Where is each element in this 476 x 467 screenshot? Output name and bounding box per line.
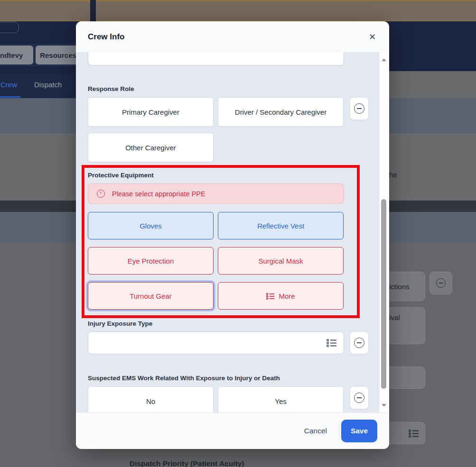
browser-top-bar (0, 0, 476, 21)
ppe-option-gloves[interactable]: Gloves (88, 212, 214, 239)
toolbar-button-handtevy[interactable]: andtevy (0, 46, 33, 64)
suspected-ems-label: Suspected EMS Work Related With Exposure… (88, 375, 280, 382)
save-button[interactable]: Save (341, 420, 377, 442)
minus-circle-icon (354, 393, 364, 403)
tab-dispatch[interactable]: Dispatch (34, 81, 62, 89)
toolbar-button-resources[interactable]: Resources (36, 46, 81, 64)
option-other-caregiver[interactable]: Other Caregiver (88, 133, 214, 162)
modal-title: Crew Info (88, 32, 124, 42)
scrolled-input-partial[interactable] (88, 52, 344, 65)
ppe-option-eye-protection[interactable]: Eye Protection (88, 247, 214, 275)
toolbar-button-label: andtevy (0, 51, 23, 59)
active-tab-underline (0, 96, 20, 98)
screen: andtevy Resources Crew Dispatch he ictio… (0, 0, 476, 467)
top-bar-divider (90, 0, 96, 21)
ppe-option-reflective-vest[interactable]: Reflective Vest (218, 212, 344, 239)
tab-crew[interactable]: Crew (0, 81, 17, 89)
modal-body: Response Role Primary Caregiver Driver /… (76, 52, 389, 412)
modal-header: Crew Info ✕ (76, 21, 389, 52)
ppe-error-message: Please select appropriate PPE (112, 190, 205, 198)
suspected-ems-remove-button[interactable] (350, 386, 369, 409)
response-role-label: Response Role (88, 85, 134, 92)
minus-circle-icon (436, 278, 446, 288)
injury-exposure-type-label: Injury Exposure Type (88, 320, 152, 327)
ppe-option-surgical-mask[interactable]: Surgical Mask (218, 247, 344, 275)
ppe-error-banner: Please select appropriate PPE (88, 183, 344, 204)
scrollbar-down-arrow[interactable] (382, 404, 386, 407)
cancel-button[interactable]: Cancel (304, 427, 327, 435)
option-driver-secondary-caregiver[interactable]: Driver / Secondary Caregiver (218, 97, 344, 127)
list-icon (266, 293, 275, 300)
background-partial-text: he (389, 171, 397, 179)
option-no[interactable]: No (88, 386, 214, 412)
ppe-option-turnout-gear[interactable]: Turnout Gear (88, 282, 214, 310)
scrollbar-up-arrow[interactable] (382, 58, 386, 61)
protective-equipment-label: Protective Equipment (88, 172, 154, 179)
list-icon[interactable] (327, 339, 337, 347)
background-remove-button[interactable] (429, 272, 452, 294)
crew-info-modal: Crew Info ✕ Response Role Primary Caregi… (76, 21, 389, 449)
option-primary-caregiver[interactable]: Primary Caregiver (88, 97, 214, 127)
minus-circle-icon (354, 103, 364, 114)
list-icon (409, 429, 419, 438)
background-section-label: Dispatch Priority (Patient Acuity) (130, 459, 244, 467)
ppe-option-more[interactable]: More (218, 282, 344, 310)
modal-scrollbar-thumb[interactable] (381, 199, 386, 389)
response-role-remove-button[interactable] (350, 97, 369, 120)
toolbar-button-label: Resources (40, 51, 76, 59)
minus-circle-icon (354, 338, 364, 348)
warning-icon (97, 190, 105, 198)
injury-exposure-remove-button[interactable] (350, 331, 369, 354)
option-yes[interactable]: Yes (218, 386, 344, 412)
injury-exposure-type-input[interactable] (88, 331, 344, 354)
browser-tab-outline (0, 22, 19, 33)
modal-footer: Cancel Save (76, 412, 389, 449)
close-icon[interactable]: ✕ (369, 33, 376, 41)
